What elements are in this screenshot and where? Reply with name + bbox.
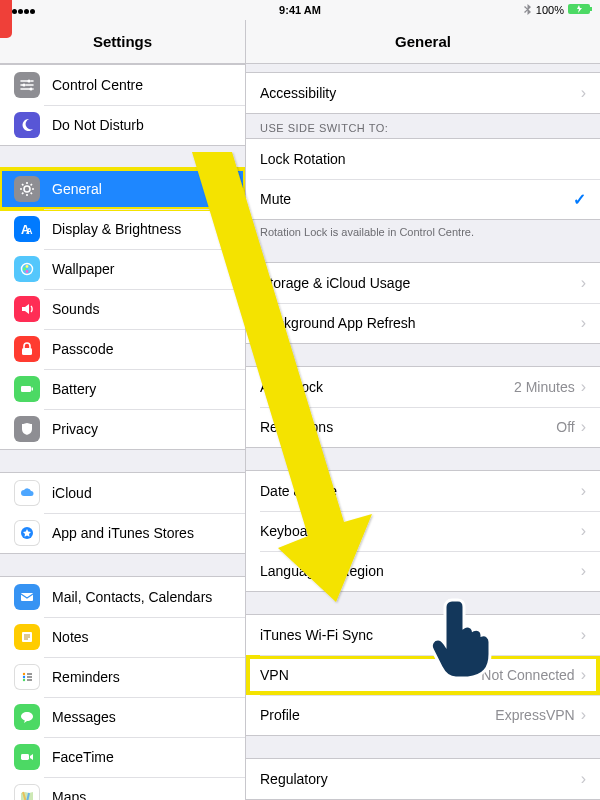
sidebar-item-messages[interactable]: Messages (0, 697, 245, 737)
sidebar-item-display[interactable]: AADisplay & Brightness (0, 209, 245, 249)
sidebar-title: Settings (0, 20, 245, 64)
cell-mute[interactable]: Mute✓ (246, 179, 600, 219)
svg-point-5 (24, 186, 30, 192)
cell-keyboard[interactable]: Keyboard› (246, 511, 600, 551)
sidebar-item-control-centre[interactable]: Control Centre (0, 65, 245, 105)
general-icon (14, 176, 40, 202)
svg-rect-17 (21, 593, 33, 601)
sidebar-item-wallpaper[interactable]: Wallpaper (0, 249, 245, 289)
wallpaper-icon (14, 256, 40, 282)
cell-regulatory[interactable]: Regulatory› (246, 759, 600, 799)
sidebar-item-label: General (52, 181, 231, 197)
cell-label: Language & Region (260, 563, 581, 579)
chevron-right-icon: › (581, 667, 586, 683)
cell-language-region[interactable]: Language & Region› (246, 551, 600, 591)
chevron-right-icon: › (581, 315, 586, 331)
cell-accessibility[interactable]: Accessibility› (246, 73, 600, 113)
sidebar-item-label: Maps (52, 789, 231, 800)
sidebar-item-facetime[interactable]: FaceTime (0, 737, 245, 777)
sidebar-item-sounds[interactable]: Sounds (0, 289, 245, 329)
battery-icon (14, 376, 40, 402)
status-bar: 9:41 AM 100% (0, 0, 600, 20)
cell-profile[interactable]: ProfileExpressVPN› (246, 695, 600, 735)
status-time: 9:41 AM (279, 4, 321, 16)
sounds-icon (14, 296, 40, 322)
cell-itunes-wi-fi-sync[interactable]: iTunes Wi-Fi Sync› (246, 615, 600, 655)
svg-point-20 (23, 676, 25, 678)
chevron-right-icon: › (581, 627, 586, 643)
control-centre-icon (14, 72, 40, 98)
notes-icon (14, 624, 40, 650)
svg-point-12 (23, 268, 26, 271)
svg-rect-22 (21, 754, 29, 760)
cell-vpn[interactable]: VPNNot Connected› (246, 655, 600, 695)
cell-restrictions[interactable]: RestrictionsOff› (246, 407, 600, 447)
chevron-right-icon: › (581, 523, 586, 539)
chevron-right-icon: › (581, 275, 586, 291)
chevron-right-icon: › (581, 419, 586, 435)
sidebar-item-label: Battery (52, 381, 231, 397)
cell-label: Background App Refresh (260, 315, 581, 331)
cell-label: Date & Time (260, 483, 581, 499)
cell-label: Accessibility (260, 85, 581, 101)
svg-rect-15 (32, 388, 34, 391)
privacy-icon (14, 416, 40, 442)
sidebar-item-label: Messages (52, 709, 231, 725)
sidebar-item-label: Sounds (52, 301, 231, 317)
cell-label: Auto-Lock (260, 379, 514, 395)
sidebar-item-dnd[interactable]: Do Not Disturb (0, 105, 245, 145)
cell-value: Off (556, 419, 574, 435)
sidebar-item-maps[interactable]: Maps (0, 777, 245, 800)
chevron-right-icon: › (581, 707, 586, 723)
passcode-icon (14, 336, 40, 362)
chevron-right-icon: › (581, 379, 586, 395)
cell-value: ExpressVPN (495, 707, 574, 723)
detail-title: General (246, 20, 600, 64)
mail-icon (14, 584, 40, 610)
sidebar-item-general[interactable]: General (0, 169, 245, 209)
cell-lock-rotation[interactable]: Lock Rotation (246, 139, 600, 179)
cell-label: Keyboard (260, 523, 581, 539)
sidebar-item-label: Privacy (52, 421, 231, 437)
svg-point-3 (22, 83, 25, 86)
pointer-hand-icon (430, 594, 496, 680)
sidebar-item-battery[interactable]: Battery (0, 369, 245, 409)
chevron-right-icon: › (581, 563, 586, 579)
cell-label: Profile (260, 707, 495, 723)
sidebar-item-icloud[interactable]: iCloud (0, 473, 245, 513)
sidebar-item-reminders[interactable]: Reminders (0, 657, 245, 697)
sidebar-item-privacy[interactable]: Privacy (0, 409, 245, 449)
sidebar-item-passcode[interactable]: Passcode (0, 329, 245, 369)
display-icon: AA (14, 216, 40, 242)
reminders-icon (14, 664, 40, 690)
svg-rect-14 (21, 386, 31, 392)
svg-point-21 (23, 679, 25, 681)
cell-date-time[interactable]: Date & Time› (246, 471, 600, 511)
appstore-icon (14, 520, 40, 546)
cell-background-app-refresh[interactable]: Background App Refresh› (246, 303, 600, 343)
sidebar-item-label: Passcode (52, 341, 231, 357)
messages-icon (14, 704, 40, 730)
sidebar-item-label: App and iTunes Stores (52, 525, 231, 541)
checkmark-icon: ✓ (573, 190, 586, 209)
battery-icon (568, 3, 594, 17)
cell-label: iTunes Wi-Fi Sync (260, 627, 581, 643)
sidebar-item-label: Notes (52, 629, 231, 645)
sidebar-item-label: Mail, Contacts, Calendars (52, 589, 231, 605)
cell-auto-lock[interactable]: Auto-Lock2 Minutes› (246, 367, 600, 407)
sidebar-item-label: iCloud (52, 485, 231, 501)
svg-point-19 (23, 673, 25, 675)
svg-rect-13 (22, 348, 32, 355)
sidebar-item-notes[interactable]: Notes (0, 617, 245, 657)
sidebar-item-mail[interactable]: Mail, Contacts, Calendars (0, 577, 245, 617)
battery-percentage: 100% (536, 4, 564, 16)
cell-label: Lock Rotation (260, 151, 586, 167)
maps-icon (14, 784, 40, 800)
cell-storage-icloud-usage[interactable]: Storage & iCloud Usage› (246, 263, 600, 303)
svg-point-4 (29, 87, 32, 90)
sidebar-item-label: Wallpaper (52, 261, 231, 277)
sidebar-item-label: FaceTime (52, 749, 231, 765)
dnd-icon (14, 112, 40, 138)
sidebar-item-appstore[interactable]: App and iTunes Stores (0, 513, 245, 553)
svg-point-11 (26, 270, 29, 273)
